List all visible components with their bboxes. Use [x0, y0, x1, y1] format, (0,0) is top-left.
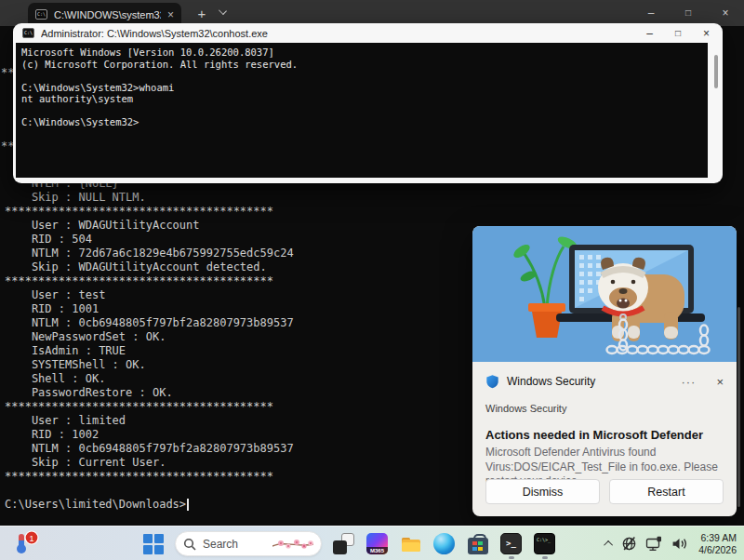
maximize-button[interactable]: □ — [675, 24, 681, 43]
search-box[interactable]: Search — [175, 531, 322, 556]
clock[interactable]: 6:39 AM 4/6/2026 — [696, 532, 737, 555]
close-button[interactable]: × — [707, 0, 744, 26]
close-button[interactable]: × — [703, 24, 710, 43]
running-indicator — [509, 556, 514, 559]
svg-text:1: 1 — [29, 534, 33, 543]
folder-icon — [400, 533, 422, 555]
restart-button[interactable]: Restart — [609, 479, 724, 504]
chevron-down-icon — [219, 7, 227, 15]
text-cursor — [187, 499, 189, 511]
terminal-window-controls: – □ × — [632, 0, 744, 26]
notification-subtitle: Windows Security — [485, 403, 724, 414]
notification-body: Windows Security ··· × Windows Security … — [472, 362, 737, 516]
terminal-tab-title: C:\WINDOWS\system32\cmd. — [54, 9, 161, 20]
search-icon — [183, 538, 196, 551]
conhost-titlebar[interactable]: C:\ Administrator: C:\Windows\System32\c… — [13, 23, 723, 43]
widgets-button[interactable]: 1 — [11, 530, 41, 557]
microsoft-store-button[interactable] — [466, 532, 489, 555]
clock-time: 6:39 AM — [698, 532, 737, 544]
bulldog-laptop-illustration — [472, 226, 737, 362]
tab-close-icon[interactable]: × — [167, 9, 174, 20]
cmd-window-button[interactable]: C:\>_ — [533, 532, 556, 555]
system-tray: 6:39 AM 4/6/2026 — [606, 527, 737, 560]
windows-logo-icon — [143, 534, 164, 554]
console-icon: C:\>_ — [534, 533, 555, 554]
display-device-button[interactable] — [645, 536, 663, 552]
minimize-button[interactable]: – — [646, 24, 653, 43]
taskbar: 1 Search — [0, 526, 744, 560]
cmd-icon: C:\ — [22, 28, 34, 38]
dismiss-button[interactable]: Dismiss — [485, 479, 600, 504]
m365-copilot-icon: M365 — [366, 533, 388, 554]
chevron-up-icon — [604, 540, 613, 550]
notification-hero-image — [472, 226, 737, 362]
windows-terminal-button[interactable]: >_ — [499, 532, 523, 555]
conhost-scrollbar[interactable] — [714, 55, 718, 88]
notification-header: Windows Security ··· × — [472, 362, 737, 389]
globe-slash-icon — [621, 536, 637, 552]
cmd-tab-icon: C:\ — [35, 9, 47, 20]
terminal-output: NTLM : {NULL} Skip : NULL NTLM. ********… — [5, 177, 294, 512]
volume-button[interactable] — [671, 537, 687, 551]
no-internet-button[interactable] — [621, 536, 637, 552]
conhost-title: Administrator: C:\Windows\System32\conho… — [41, 28, 640, 39]
tab-dropdown-button[interactable] — [219, 8, 227, 16]
speaker-icon — [671, 537, 687, 551]
start-button[interactable] — [141, 532, 165, 555]
conhost-console[interactable]: Microsoft Windows [Version 10.0.26200.80… — [16, 43, 708, 178]
desktop-screen: C:\ C:\WINDOWS\system32\cmd. × + – □ × *… — [0, 0, 744, 560]
m365-copilot-button[interactable]: M365 — [365, 532, 389, 555]
terminal-icon: >_ — [500, 533, 522, 554]
terminal-titlebar[interactable]: C:\ C:\WINDOWS\system32\cmd. × + – □ × — [0, 0, 744, 26]
clock-date: 4/6/2026 — [698, 544, 737, 556]
monitor-plug-icon — [645, 536, 663, 552]
conhost-output: Microsoft Windows [Version 10.0.26200.80… — [21, 47, 708, 128]
search-placeholder: Search — [203, 538, 266, 551]
conhost-window-controls: – □ × — [646, 24, 713, 43]
security-notification: Windows Security ··· × Windows Security … — [472, 226, 737, 516]
running-indicator — [542, 556, 548, 559]
edge-browser-button[interactable] — [432, 532, 456, 555]
hidden-icons-button[interactable] — [606, 540, 613, 547]
edge-icon — [433, 533, 455, 554]
file-explorer-button[interactable] — [399, 532, 422, 555]
notification-close-icon[interactable]: × — [716, 375, 724, 389]
more-options-icon[interactable]: ··· — [681, 375, 696, 389]
minimize-button[interactable]: – — [632, 0, 670, 26]
weather-thermometer-icon: 1 — [11, 530, 41, 557]
defender-shield-icon — [485, 374, 499, 389]
notification-title: Actions needed in Microsoft Defender — [485, 428, 724, 442]
new-tab-button[interactable]: + — [191, 4, 213, 24]
terminal-scrollbar[interactable] — [737, 307, 740, 507]
maximize-button[interactable]: □ — [670, 0, 707, 26]
cherry-blossom-decoration — [272, 537, 313, 552]
conhost-window: C:\ Administrator: C:\Windows\System32\c… — [13, 23, 723, 183]
notification-actions: Dismiss Restart — [485, 479, 724, 504]
notification-app-name: Windows Security — [507, 375, 673, 388]
taskbar-center: Search M365 — [141, 527, 556, 560]
store-icon — [468, 538, 488, 554]
task-view-button[interactable] — [332, 532, 355, 555]
